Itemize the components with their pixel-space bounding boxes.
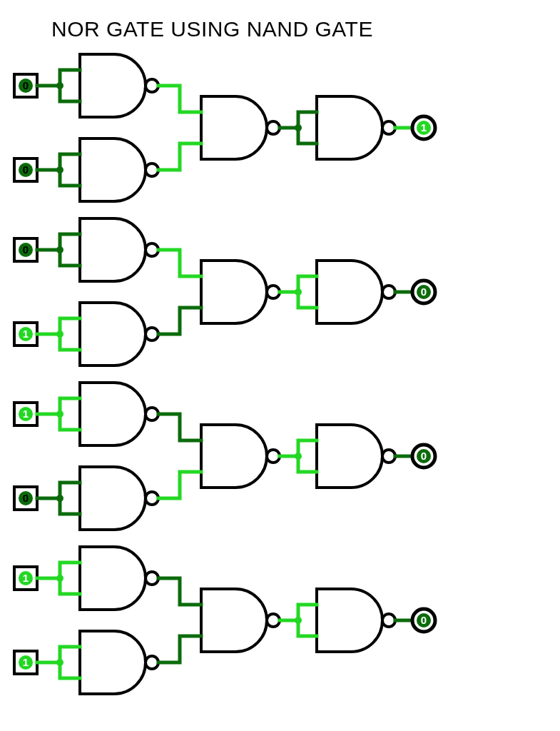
wire-mid-bot-1 [298, 292, 317, 308]
input-value: 0 [23, 79, 29, 91]
wire-b-top-3 [60, 647, 80, 662]
nand-a-2 [80, 383, 158, 445]
nand-out-3 [317, 589, 395, 652]
nand-b-2 [80, 467, 158, 530]
output-value: 1 [421, 121, 427, 133]
input-a-3[interactable]: 1 [14, 567, 37, 590]
svg-point-16 [267, 286, 280, 298]
nand-out-1 [317, 261, 395, 323]
input-a-2[interactable]: 1 [14, 403, 37, 425]
input-b-3[interactable]: 1 [14, 651, 37, 674]
wire-a-out-0 [158, 86, 201, 112]
wire-mid-bot-3 [298, 620, 317, 636]
wire-b-bot-3 [60, 662, 80, 678]
nand-b-0 [80, 138, 158, 201]
output-q-1: 0 [412, 281, 435, 303]
nand-out-0 [317, 96, 395, 159]
wire-b-top-1 [60, 318, 80, 334]
nand-mid-2 [201, 425, 280, 488]
wire-a-bot-0 [60, 86, 80, 101]
nand-a-3 [80, 547, 158, 610]
svg-point-35 [146, 656, 158, 669]
svg-point-24 [146, 408, 158, 420]
output-q-3: 0 [412, 609, 435, 632]
svg-point-5 [146, 163, 158, 176]
svg-point-15 [146, 328, 158, 341]
wire-a-bot-2 [60, 414, 80, 430]
wire-mid-top-0 [298, 112, 317, 128]
nand-b-3 [80, 631, 158, 694]
output-q-2: 0 [412, 445, 435, 468]
wire-b-out-2 [158, 472, 201, 498]
wire-a-top-2 [60, 398, 80, 414]
svg-point-4 [146, 79, 158, 92]
output-value: 0 [421, 450, 427, 462]
nand-a-0 [80, 54, 158, 117]
output-value: 0 [421, 286, 427, 298]
input-a-0[interactable]: 0 [14, 74, 37, 97]
svg-point-36 [267, 614, 280, 627]
input-a-1[interactable]: 0 [14, 238, 37, 261]
wire-b-bot-0 [60, 170, 80, 186]
svg-point-7 [382, 121, 395, 134]
svg-point-27 [382, 450, 395, 463]
wire-a-top-1 [60, 234, 80, 250]
input-value: 1 [23, 328, 29, 340]
svg-point-37 [382, 614, 395, 627]
wire-a-bot-1 [60, 250, 80, 266]
svg-point-25 [146, 492, 158, 505]
wire-b-top-0 [60, 154, 80, 170]
svg-point-14 [146, 243, 158, 256]
input-b-2[interactable]: 0 [14, 487, 37, 510]
nand-mid-0 [201, 96, 280, 159]
input-value: 0 [23, 163, 29, 176]
wire-mid-top-1 [298, 276, 317, 292]
svg-point-34 [146, 572, 158, 585]
input-b-0[interactable]: 0 [14, 158, 37, 181]
svg-point-26 [267, 450, 280, 463]
output-value: 0 [421, 614, 427, 626]
svg-point-17 [382, 286, 395, 298]
circuit-diagram: 001010100110 [0, 0, 560, 731]
nand-b-1 [80, 303, 158, 366]
nand-a-1 [80, 218, 158, 281]
wire-b-out-1 [158, 308, 201, 334]
input-value: 1 [23, 408, 29, 420]
nand-out-2 [317, 425, 395, 488]
nand-mid-3 [201, 589, 280, 652]
wire-b-bot-1 [60, 334, 80, 350]
wire-a-bot-3 [60, 578, 80, 594]
wire-a-out-3 [158, 578, 201, 605]
input-b-1[interactable]: 1 [14, 323, 37, 346]
nand-mid-1 [201, 261, 280, 323]
wire-a-out-2 [158, 414, 201, 440]
input-value: 0 [23, 492, 29, 504]
wire-a-top-0 [60, 70, 80, 86]
wire-a-out-1 [158, 250, 201, 276]
wire-mid-top-2 [298, 440, 317, 456]
wire-b-top-2 [60, 483, 80, 498]
wire-mid-bot-0 [298, 128, 317, 143]
wire-b-bot-2 [60, 498, 80, 514]
output-q-0: 1 [412, 116, 435, 139]
wire-a-top-3 [60, 563, 80, 578]
input-value: 0 [23, 243, 29, 256]
wire-mid-bot-2 [298, 456, 317, 472]
page-title: NOR GATE USING NAND GATE [51, 17, 373, 41]
svg-point-6 [267, 121, 280, 134]
input-value: 1 [23, 656, 29, 668]
input-value: 1 [23, 572, 29, 584]
wire-b-out-3 [158, 636, 201, 662]
wire-mid-top-3 [298, 605, 317, 620]
wire-b-out-0 [158, 143, 201, 170]
